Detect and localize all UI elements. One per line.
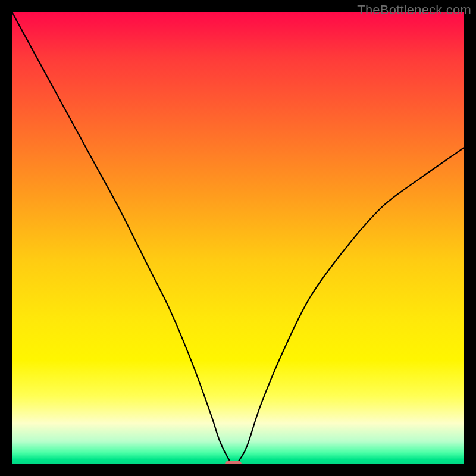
bottleneck-curve xyxy=(12,12,464,464)
chart-frame: TheBottleneck.com xyxy=(0,0,476,476)
plot-area xyxy=(12,12,464,464)
minimum-marker xyxy=(225,461,242,465)
watermark-text: TheBottleneck.com xyxy=(357,2,471,18)
curve-path xyxy=(12,12,464,464)
